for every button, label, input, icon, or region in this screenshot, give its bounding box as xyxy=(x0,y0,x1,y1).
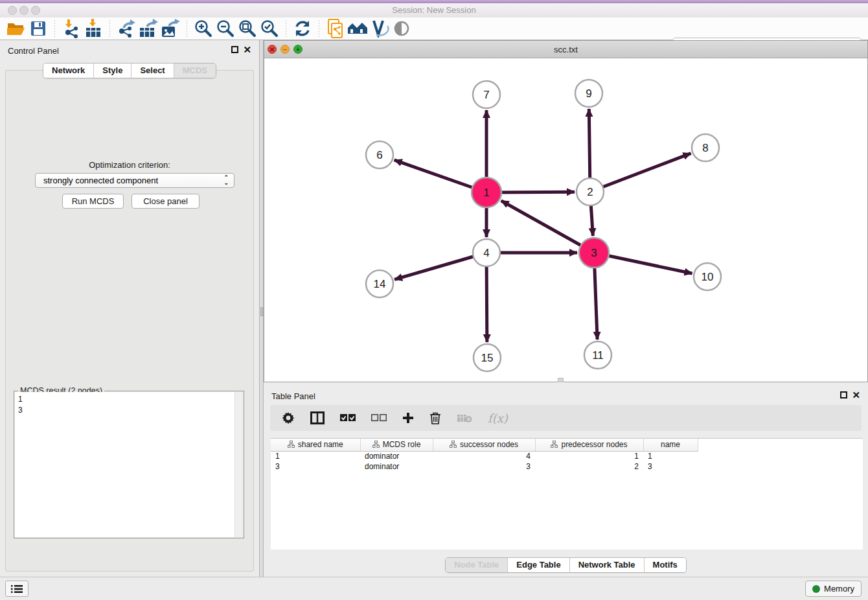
table-settings-gear-icon[interactable] xyxy=(282,411,295,424)
panel-splitter[interactable] xyxy=(259,40,264,577)
graph-node-8[interactable]: 8 xyxy=(692,134,719,161)
graph-edge-2-8[interactable] xyxy=(590,154,691,192)
tab-style[interactable]: Style xyxy=(94,63,131,78)
hide-selected-eye-icon[interactable] xyxy=(391,19,413,38)
select-all-columns-icon[interactable] xyxy=(340,414,356,422)
memory-label: Memory xyxy=(824,584,854,594)
save-session-icon[interactable] xyxy=(27,19,49,38)
graph-node-14[interactable]: 14 xyxy=(366,270,393,297)
network-graph[interactable]: 7968124314101511 xyxy=(264,58,867,382)
cell-name[interactable]: 3 xyxy=(643,461,698,472)
column-header[interactable]: shared name xyxy=(271,439,360,451)
node-label: 3 xyxy=(591,247,597,259)
node-label: 11 xyxy=(592,349,604,362)
cell-predecessor-nodes[interactable]: 2 xyxy=(535,461,643,472)
network-resize-grip[interactable] xyxy=(558,378,564,382)
cell-predecessor-nodes[interactable]: 1 xyxy=(535,451,643,461)
graph-node-10[interactable]: 10 xyxy=(694,263,721,290)
show-column-icon[interactable] xyxy=(310,411,325,424)
graph-node-2[interactable]: 2 xyxy=(577,178,604,205)
column-header[interactable]: successor nodes xyxy=(433,439,535,451)
optimization-criterion-dropdown[interactable]: strongly connected component ⌃⌄ xyxy=(35,173,234,188)
graph-node-4[interactable]: 4 xyxy=(473,239,500,266)
vizmapper-icon[interactable] xyxy=(369,19,391,38)
result-item: 1 xyxy=(18,395,23,404)
network-window-titlebar[interactable]: ✕ − + scc.txt xyxy=(264,41,867,58)
clone-network-icon[interactable] xyxy=(325,19,347,38)
close-panel-button[interactable]: Close panel xyxy=(131,194,200,209)
node-label: 8 xyxy=(702,142,708,154)
close-panel-icon[interactable]: ✕ xyxy=(852,389,860,401)
graph-node-3[interactable]: 3 xyxy=(579,238,609,268)
zoom-out-icon[interactable] xyxy=(214,19,236,38)
graph-node-7[interactable]: 7 xyxy=(473,81,500,108)
splitter-grip[interactable] xyxy=(260,307,263,316)
node-label: 15 xyxy=(481,352,494,364)
import-table-icon[interactable] xyxy=(82,19,104,38)
tab-mcds[interactable]: MCDS xyxy=(174,63,216,78)
network-canvas[interactable]: 7968124314101511 xyxy=(264,58,867,382)
memory-button[interactable]: Memory xyxy=(805,581,862,597)
mcds-result-group: MCDS result (2 nodes) 1 3 xyxy=(14,391,244,538)
node-label: 6 xyxy=(376,149,382,161)
column-type-icon xyxy=(450,441,457,448)
graph-node-6[interactable]: 6 xyxy=(366,141,393,168)
cell-successor-nodes[interactable]: 3 xyxy=(433,461,535,472)
cell-shared-name[interactable]: 3 xyxy=(271,461,360,472)
zoom-fit-icon[interactable] xyxy=(236,19,258,38)
node-label: 7 xyxy=(483,89,489,101)
tab-edge-table[interactable]: Edge Table xyxy=(508,558,569,572)
delete-table-icon-disabled xyxy=(457,413,472,423)
cell-mcds-role[interactable]: dominator xyxy=(360,451,433,461)
graph-node-9[interactable]: 9 xyxy=(575,80,602,107)
close-panel-icon[interactable]: ✕ xyxy=(243,44,251,56)
table-panel-title: Table Panel xyxy=(271,391,315,401)
column-header[interactable]: MCDS role xyxy=(360,439,433,451)
zoom-selected-icon[interactable] xyxy=(258,19,280,38)
task-history-button[interactable] xyxy=(5,581,29,597)
tab-node-table[interactable]: Node Table xyxy=(446,558,508,572)
zoom-in-icon[interactable] xyxy=(192,19,214,38)
node-label: 1 xyxy=(483,187,489,199)
refresh-layout-icon[interactable] xyxy=(291,19,314,38)
main-toolbar xyxy=(0,17,868,40)
float-panel-icon[interactable] xyxy=(840,391,847,398)
tab-motifs[interactable]: Motifs xyxy=(645,558,686,572)
cell-name[interactable]: 1 xyxy=(643,451,698,461)
column-header[interactable]: name xyxy=(643,439,698,451)
table-toolbar: f(x) xyxy=(270,405,862,431)
export-network-icon[interactable] xyxy=(115,19,137,38)
window-title: Session: New Session xyxy=(0,5,868,15)
graph-edge-3-1[interactable] xyxy=(501,201,594,253)
column-header[interactable]: predecessor nodes xyxy=(535,439,643,451)
cell-mcds-role[interactable]: dominator xyxy=(360,461,433,472)
run-mcds-button[interactable]: Run MCDS xyxy=(62,194,124,209)
table-row[interactable]: 1 dominator 4 1 1 xyxy=(271,451,698,461)
mcds-result-list[interactable]: 1 3 xyxy=(15,392,234,537)
export-table-icon[interactable] xyxy=(137,19,159,38)
tab-select[interactable]: Select xyxy=(131,63,174,78)
show-all-networks-icon[interactable] xyxy=(347,19,369,38)
graph-node-15[interactable]: 15 xyxy=(474,344,501,371)
cell-successor-nodes[interactable]: 4 xyxy=(433,451,535,461)
export-image-icon[interactable] xyxy=(159,19,181,38)
delete-column-trash-icon[interactable] xyxy=(429,411,441,424)
result-scrollbar[interactable] xyxy=(234,392,243,537)
import-network-icon[interactable] xyxy=(60,19,82,38)
tab-network[interactable]: Network xyxy=(43,63,94,78)
float-panel-icon[interactable] xyxy=(231,46,238,53)
unselect-all-columns-icon[interactable] xyxy=(371,414,387,422)
column-type-icon xyxy=(288,441,295,448)
control-panel: Control Panel ✕ Optimization criterion: … xyxy=(0,40,259,577)
table-tabs: Node Table Edge Table Network Table Moti… xyxy=(445,557,687,573)
open-session-icon[interactable] xyxy=(5,19,27,38)
node-table[interactable]: shared nameMCDS rolesuccessor nodesprede… xyxy=(271,438,863,549)
table-row[interactable]: 3 dominator 3 2 3 xyxy=(271,461,698,472)
graph-node-1[interactable]: 1 xyxy=(472,178,501,207)
create-column-plus-icon[interactable] xyxy=(402,412,414,424)
graph-node-11[interactable]: 11 xyxy=(584,341,611,369)
node-label: 14 xyxy=(374,278,386,290)
toolbar-separator xyxy=(187,20,187,37)
cell-shared-name[interactable]: 1 xyxy=(271,451,360,461)
tab-network-table[interactable]: Network Table xyxy=(570,558,645,572)
